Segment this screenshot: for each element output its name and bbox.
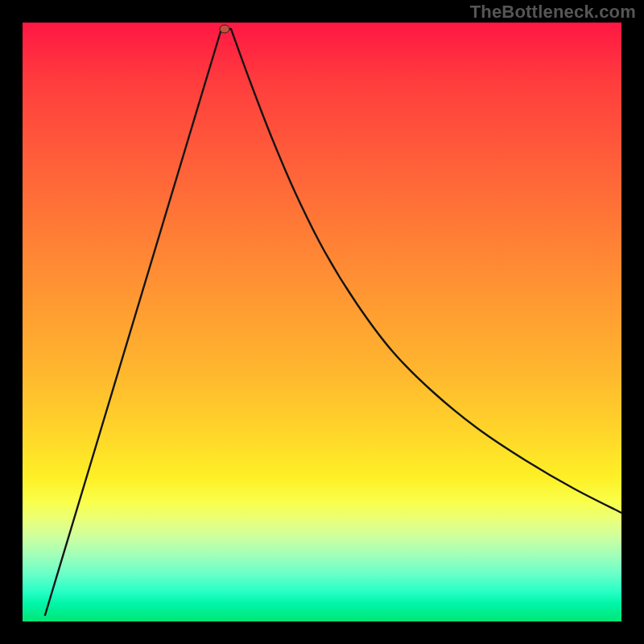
chart-frame: TheBottleneck.com <box>0 0 644 644</box>
bottleneck-curve <box>45 29 621 615</box>
chart-svg <box>23 23 621 621</box>
plot-area <box>23 23 621 621</box>
watermark-text: TheBottleneck.com <box>470 2 636 23</box>
trough-marker <box>220 25 229 33</box>
